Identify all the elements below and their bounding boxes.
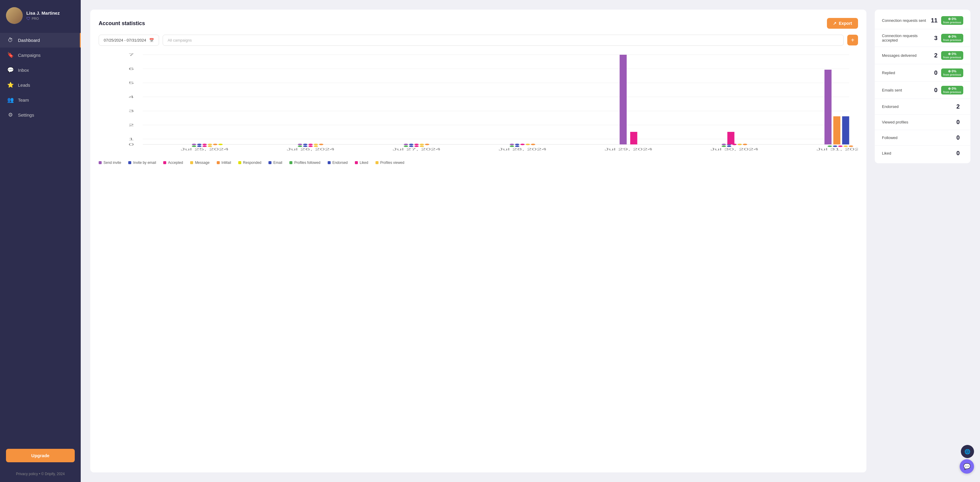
legend-send-invite: Send invite bbox=[99, 161, 121, 165]
stat-badge: ⊕ 0% from previous bbox=[941, 68, 963, 77]
team-icon: 👥 bbox=[7, 97, 14, 103]
svg-point-69 bbox=[849, 146, 853, 147]
campaigns-icon: 🔖 bbox=[7, 52, 14, 58]
svg-rect-73 bbox=[824, 70, 832, 145]
support-chat-fab[interactable]: 💬 bbox=[960, 459, 974, 474]
stat-label: Replied bbox=[882, 70, 931, 75]
svg-point-28 bbox=[218, 144, 223, 145]
legend-responded: Responded bbox=[238, 161, 261, 165]
legend-label: Liked bbox=[360, 161, 368, 165]
legend-label: Profiles viewed bbox=[380, 161, 404, 165]
svg-point-25 bbox=[202, 144, 207, 145]
profile-info: Lisa J. Martinez 🛡 PRO bbox=[26, 11, 60, 21]
stat-row-replied: Replied 0 ⊕ 0% from previous bbox=[875, 64, 970, 82]
campaign-filter[interactable]: All campaigns bbox=[162, 35, 844, 46]
sidebar-item-settings[interactable]: ⚙ Settings bbox=[0, 107, 81, 122]
stat-label: Viewed profiles bbox=[882, 120, 953, 124]
badge-sub: from previous bbox=[943, 56, 961, 59]
stat-value: 11 bbox=[931, 17, 937, 24]
legend-label: Email bbox=[273, 161, 282, 165]
svg-point-23 bbox=[192, 144, 196, 145]
stat-row-messages-delivered: Messages delivered 2 ⊕ 0% from previous bbox=[875, 47, 970, 64]
chart-header: Account statistics ↗ Export bbox=[99, 18, 858, 29]
badge-pct: ⊕ 0% bbox=[948, 17, 956, 21]
profile-badge: 🛡 PRO bbox=[26, 16, 60, 21]
svg-point-68 bbox=[843, 146, 848, 147]
stat-label: Followed bbox=[882, 135, 953, 140]
svg-point-26 bbox=[208, 144, 212, 145]
legend-message: Message bbox=[190, 161, 210, 165]
legend-label: Responded bbox=[243, 161, 261, 165]
svg-point-56 bbox=[510, 146, 514, 147]
svg-text:Jul 28, 2024: Jul 28, 2024 bbox=[498, 148, 547, 151]
profile-tag: PRO bbox=[32, 17, 39, 20]
chart-legend: Send invite Invite by email Accepted Mes… bbox=[99, 158, 858, 165]
svg-point-57 bbox=[515, 146, 520, 147]
stat-badge: ⊕ 0% from previous bbox=[941, 51, 963, 60]
sidebar-item-label: Leads bbox=[18, 83, 30, 87]
chart-svg: 7 6 5 4 3 2 1 0 Jul 25, 2024 Jul 26, 202… bbox=[99, 52, 858, 153]
calendar-icon: 📅 bbox=[149, 38, 154, 43]
badge-pct: ⊕ 0% bbox=[948, 87, 956, 91]
svg-point-45 bbox=[420, 144, 424, 145]
legend-label: Message bbox=[195, 161, 210, 165]
stat-value: 0 bbox=[956, 119, 960, 126]
stat-value: 2 bbox=[934, 52, 937, 59]
svg-point-35 bbox=[308, 144, 313, 145]
badge-pct: ⊕ 0% bbox=[948, 35, 956, 38]
stat-badge: ⊕ 0% from previous bbox=[941, 34, 963, 43]
badge-sub: from previous bbox=[943, 38, 961, 41]
sidebar-item-inbox[interactable]: 💬 Inbox bbox=[0, 62, 81, 78]
accepted-color bbox=[163, 161, 166, 164]
settings-icon: ⚙ bbox=[7, 111, 14, 118]
svg-text:6: 6 bbox=[129, 67, 134, 70]
date-range-filter[interactable]: 07/25/2024 - 07/31/2024 📅 bbox=[99, 35, 159, 46]
svg-rect-71 bbox=[630, 132, 637, 145]
inbox-icon: 💬 bbox=[7, 67, 14, 73]
profiles-viewed-color bbox=[375, 161, 379, 164]
legend-label: Endorsed bbox=[332, 161, 348, 165]
sidebar-item-team[interactable]: 👥 Team bbox=[0, 92, 81, 107]
translate-fab[interactable]: 🌐 bbox=[961, 445, 974, 458]
svg-text:5: 5 bbox=[129, 81, 134, 84]
svg-point-48 bbox=[409, 146, 414, 147]
sidebar-item-dashboard[interactable]: ⏱ Dashboard bbox=[0, 33, 81, 48]
svg-point-37 bbox=[319, 144, 323, 145]
svg-rect-72 bbox=[727, 132, 735, 145]
svg-point-32 bbox=[208, 146, 212, 147]
upgrade-button[interactable]: Upgrade bbox=[6, 449, 75, 462]
svg-rect-70 bbox=[620, 55, 627, 145]
svg-point-58 bbox=[722, 144, 726, 145]
svg-point-52 bbox=[515, 144, 520, 145]
export-button[interactable]: ↗ Export bbox=[827, 18, 858, 29]
campaign-placeholder: All campaigns bbox=[168, 38, 192, 43]
stat-row-connection-requests-sent: Connection requests sent 11 ⊕ 0% from pr… bbox=[875, 12, 970, 29]
dashboard-icon: ⏱ bbox=[7, 37, 14, 43]
svg-point-41 bbox=[313, 146, 318, 147]
badge-pct: ⊕ 0% bbox=[948, 69, 956, 73]
sidebar-item-campaigns[interactable]: 🔖 Campaigns bbox=[0, 48, 81, 62]
svg-point-38 bbox=[298, 146, 302, 147]
sidebar-item-label: Settings bbox=[18, 113, 34, 118]
sidebar-item-leads[interactable]: ⭐ Leads bbox=[0, 78, 81, 92]
svg-text:Jul 30, 2024: Jul 30, 2024 bbox=[710, 148, 759, 151]
stat-row-endorsed: Endorsed 2 bbox=[875, 99, 970, 115]
invite-by-email-color bbox=[128, 161, 131, 164]
main-content: Account statistics ↗ Export 07/25/2024 -… bbox=[81, 0, 980, 482]
svg-point-43 bbox=[409, 144, 414, 145]
svg-text:0: 0 bbox=[129, 143, 134, 146]
stat-value: 0 bbox=[956, 134, 960, 141]
chart-section: Account statistics ↗ Export 07/25/2024 -… bbox=[90, 10, 866, 472]
stat-label: Endorsed bbox=[882, 104, 953, 109]
stat-value: 0 bbox=[956, 150, 960, 157]
svg-text:Jul 27, 2024: Jul 27, 2024 bbox=[393, 148, 441, 151]
svg-point-67 bbox=[838, 146, 843, 147]
stat-row-connection-requests-accepted: Connection requests accepted 3 ⊕ 0% from… bbox=[875, 29, 970, 47]
add-filter-button[interactable]: + bbox=[847, 35, 858, 45]
badge-sub: from previous bbox=[943, 21, 961, 24]
svg-point-66 bbox=[833, 146, 837, 147]
stat-badge: ⊕ 0% from previous bbox=[941, 16, 963, 25]
responded-color bbox=[238, 161, 241, 164]
svg-point-47 bbox=[404, 146, 408, 147]
stat-label: Liked bbox=[882, 151, 953, 156]
